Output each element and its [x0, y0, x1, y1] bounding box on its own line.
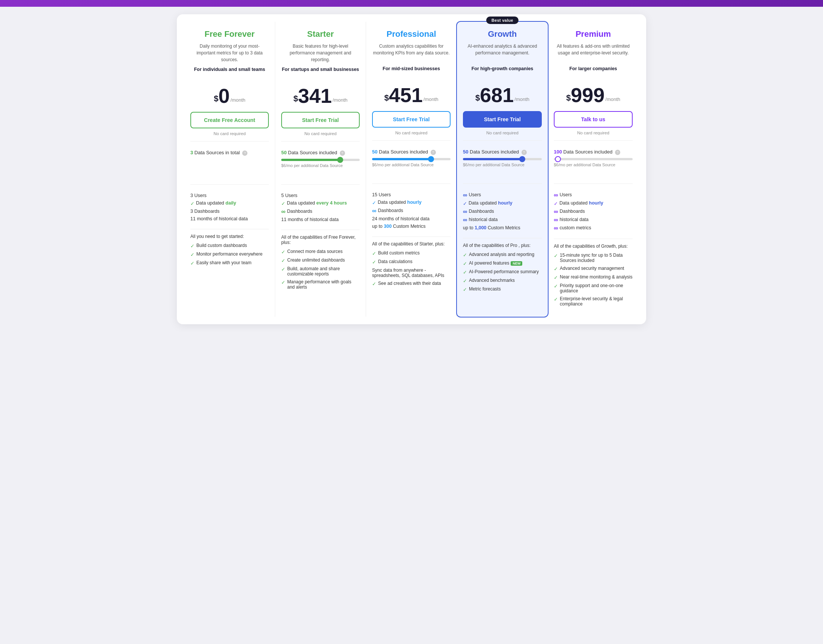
ds-question-professional[interactable]: ? [431, 150, 436, 155]
feature-item-premium-3: ∞historical data [554, 217, 633, 223]
cap-text-professional-3: See ad creatives with their data [378, 281, 441, 286]
plan-desc-free: Daily monitoring of your most-important … [190, 43, 269, 63]
cap-check-icon-free-1: ✓ [190, 252, 195, 258]
infinity-icon: ∞ [463, 217, 467, 223]
price-row-premium: $ 999 /month [554, 85, 633, 105]
features-section-starter: 5 Users✓Data updated every 4 hours∞Dashb… [281, 189, 360, 228]
plans-grid: Free ForeverDaily monitoring of your mos… [184, 22, 639, 317]
slider-thumb-premium[interactable] [555, 156, 561, 162]
cap-text-premium-1: Advanced security management [560, 266, 624, 271]
capabilities-section-free: All you need to get started:✓Build custo… [190, 229, 269, 266]
no-card-professional: No card required [372, 130, 451, 135]
feature-text-starter-2: Dashboards [287, 209, 312, 214]
price-dollar-starter: $ [293, 94, 298, 104]
cap-text-professional-2: Sync data from anywhere - spreadsheets, … [372, 268, 451, 278]
ds-question-premium[interactable]: ? [615, 150, 620, 155]
plan-target-professional: For mid-sized businesses [372, 66, 451, 80]
ds-extra-growth: $6/mo per additional Data Source [463, 163, 542, 167]
cta-btn-professional[interactable]: Start Free Trial [372, 111, 451, 127]
cap-text-free-2: Easily share with your team [197, 260, 252, 265]
features-section-free: 3 Users✓Data updated daily3 Dashboards11… [190, 189, 269, 227]
cap-check-icon-starter-3: ✓ [281, 280, 286, 285]
divider-1-growth [463, 140, 542, 141]
feature-item-professional-4: up to 300 Custom Metrics [372, 224, 451, 229]
feature-item-growth-0: ∞Users [463, 192, 542, 198]
slider-thumb-starter[interactable] [337, 157, 343, 163]
cap-check-icon-free-2: ✓ [190, 261, 195, 266]
feature-text-starter-0: 5 Users [281, 193, 297, 198]
price-number-free: 0 [218, 86, 230, 106]
feature-item-starter-0: 5 Users [281, 193, 360, 198]
check-icon: ✓ [190, 201, 195, 206]
check-icon: ✓ [463, 201, 467, 206]
infinity-icon: ∞ [554, 217, 558, 223]
cap-text-premium-4: Enterprise-level security & legal compli… [560, 296, 633, 307]
infinity-icon: ∞ [554, 209, 558, 215]
slider-thumb-growth[interactable] [519, 156, 525, 162]
divider-2-professional [372, 184, 451, 184]
capabilities-section-growth: All of the capabilities of Pro , plus:✓A… [463, 238, 542, 292]
feature-text-professional-0: 15 Users [372, 192, 391, 198]
top-bar [0, 0, 823, 7]
ds-question-starter[interactable]: ? [340, 150, 345, 156]
divider-1-professional [372, 140, 451, 141]
plan-target-growth: For high-growth companies [463, 66, 542, 80]
divider-2-premium [554, 184, 633, 184]
price-period-free: /month [230, 97, 246, 103]
cap-item-professional-2: Sync data from anywhere - spreadsheets, … [372, 268, 451, 278]
cta-btn-growth[interactable]: Start Free Trial [463, 111, 542, 127]
data-sources-free: 3 Data Sources in total ? [190, 146, 269, 180]
cap-title-premium: All of the capabilities of Growth, plus: [554, 244, 633, 249]
price-number-professional: 451 [389, 85, 423, 105]
ds-extra-starter: $6/mo per additional Data Source [281, 163, 360, 168]
cap-item-growth-2: ✓AI-Powered performance summary [463, 269, 542, 275]
ds-label-starter: 50 Data Sources included ? [281, 150, 360, 156]
ds-label-premium: 100 Data Sources included ? [554, 149, 633, 155]
ds-label-free: 3 Data Sources in total ? [190, 150, 269, 156]
cap-check-icon-professional-0: ✓ [372, 251, 376, 256]
ds-question-growth[interactable]: ? [522, 150, 527, 155]
cta-btn-starter[interactable]: Start Free Trial [281, 112, 360, 128]
price-period-starter: /month [333, 97, 348, 103]
no-card-free: No card required [190, 131, 269, 136]
new-badge-growth-1: NEW [511, 261, 522, 266]
plan-name-premium: Premium [554, 29, 633, 39]
price-period-professional: /month [424, 97, 439, 102]
feature-item-free-0: 3 Users [190, 193, 269, 198]
infinity-icon: ∞ [463, 209, 467, 215]
check-icon: ✓ [281, 201, 286, 206]
slider-thumb-professional[interactable] [428, 156, 434, 162]
no-card-growth: No card required [463, 130, 542, 135]
cap-item-starter-2: ✓Build, automate and share customizable … [281, 266, 360, 277]
divider-2-free [190, 184, 269, 185]
no-card-premium: No card required [554, 130, 633, 135]
cap-check-icon-growth-4: ✓ [463, 287, 467, 292]
cap-item-premium-3: ✓Priority support and one-on-one guidanc… [554, 283, 633, 293]
cap-check-icon-free-0: ✓ [190, 243, 195, 249]
slider-track-starter [281, 159, 360, 161]
infinity-icon: ∞ [554, 225, 558, 231]
ds-question-free[interactable]: ? [242, 150, 247, 156]
cap-item-premium-0: ✓15-minute sync for up to 5 Data Sources… [554, 253, 633, 263]
cta-btn-premium[interactable]: Talk to us [554, 111, 633, 127]
capabilities-section-professional: All of the capabilities of Starter, plus… [372, 236, 451, 287]
cap-check-icon-growth-1: ✓ [463, 261, 467, 267]
price-number-starter: 341 [298, 86, 332, 106]
cap-check-icon-starter-2: ✓ [281, 267, 286, 272]
price-number-growth: 681 [480, 85, 514, 105]
feature-item-professional-3: 24 months of historical data [372, 216, 451, 221]
slider-track-professional [372, 158, 451, 160]
plan-desc-premium: All features & add-ons with unlimited us… [554, 43, 633, 62]
cap-text-starter-0: Connect more data sources [287, 249, 342, 254]
feature-item-premium-0: ∞Users [554, 192, 633, 198]
feature-text-growth-0: Users [468, 192, 481, 198]
cap-item-free-0: ✓Build custom dashboards [190, 243, 269, 249]
feature-text-free-1: Data updated daily [196, 201, 236, 205]
cta-btn-free[interactable]: Create Free Account [190, 112, 269, 128]
plan-target-free: For individuals and small teams [190, 67, 269, 80]
feature-text-professional-4: up to 300 Custom Metrics [372, 224, 425, 229]
cap-text-professional-0: Build custom metrics [378, 250, 420, 256]
plan-target-premium: For larger companies [554, 66, 633, 80]
feature-item-professional-1: ✓Data updated hourly [372, 200, 451, 205]
cap-title-starter: All of the capabilities of Free Forever,… [281, 235, 360, 245]
